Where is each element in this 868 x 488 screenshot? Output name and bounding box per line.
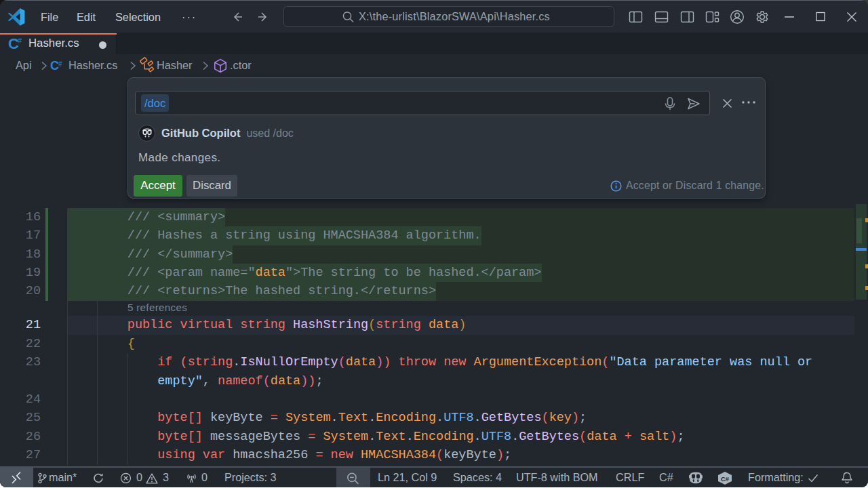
svg-text:C#: C# <box>721 475 730 483</box>
svg-text:#: # <box>18 37 22 45</box>
svg-text:#: # <box>58 60 62 68</box>
